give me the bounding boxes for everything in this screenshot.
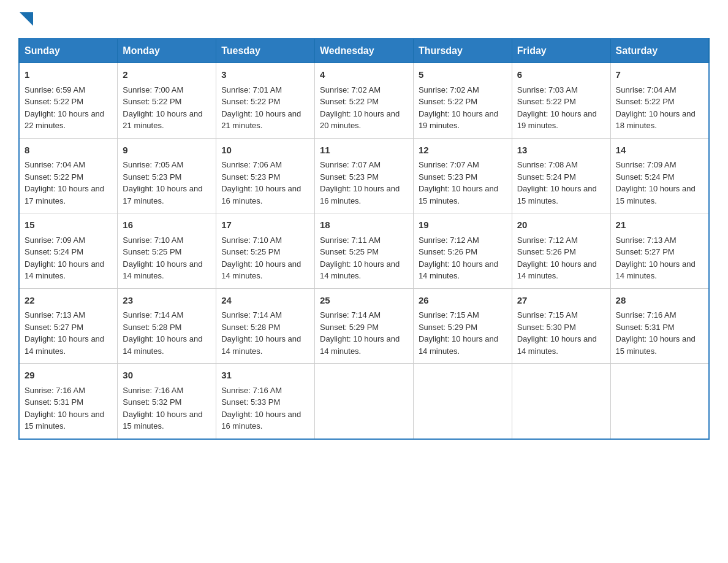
day-number: 23	[123, 294, 211, 308]
calendar-day-cell: 28Sunrise: 7:16 AMSunset: 5:31 PMDayligh…	[610, 288, 709, 364]
day-daylight: Daylight: 10 hours and 14 minutes.	[419, 334, 498, 356]
calendar-table: SundayMondayTuesdayWednesdayThursdayFrid…	[18, 38, 710, 440]
day-sunrise: Sunrise: 7:11 AM	[320, 236, 381, 245]
calendar-day-cell: 15Sunrise: 7:09 AMSunset: 5:24 PMDayligh…	[19, 213, 118, 289]
logo-triangle-icon	[20, 12, 33, 26]
day-sunset: Sunset: 5:28 PM	[123, 323, 181, 332]
page-header	[18, 12, 710, 26]
calendar-day-cell	[610, 364, 709, 439]
day-number: 7	[616, 68, 703, 82]
day-sunset: Sunset: 5:24 PM	[517, 172, 576, 182]
calendar-day-cell: 27Sunrise: 7:15 AMSunset: 5:30 PMDayligh…	[512, 288, 610, 364]
day-number: 10	[221, 144, 309, 158]
day-sunset: Sunset: 5:25 PM	[221, 247, 280, 256]
calendar-day-cell: 17Sunrise: 7:10 AMSunset: 5:25 PMDayligh…	[216, 213, 315, 289]
day-sunset: Sunset: 5:30 PM	[517, 323, 576, 332]
day-sunset: Sunset: 5:23 PM	[221, 172, 280, 182]
day-number: 19	[419, 218, 507, 232]
day-sunset: Sunset: 5:22 PM	[320, 97, 379, 106]
calendar-day-cell: 21Sunrise: 7:13 AMSunset: 5:27 PMDayligh…	[610, 213, 709, 289]
day-sunset: Sunset: 5:25 PM	[123, 247, 181, 256]
day-daylight: Daylight: 10 hours and 14 minutes.	[419, 259, 498, 281]
day-daylight: Daylight: 10 hours and 14 minutes.	[25, 259, 104, 281]
day-sunset: Sunset: 5:22 PM	[221, 97, 280, 106]
day-number: 25	[320, 294, 408, 308]
calendar-week-row: 15Sunrise: 7:09 AMSunset: 5:24 PMDayligh…	[19, 213, 709, 289]
day-number: 26	[419, 294, 507, 308]
calendar-day-cell: 14Sunrise: 7:09 AMSunset: 5:24 PMDayligh…	[610, 138, 709, 213]
day-number: 14	[616, 144, 703, 158]
day-sunrise: Sunrise: 7:16 AM	[123, 386, 183, 395]
calendar-week-row: 8Sunrise: 7:04 AMSunset: 5:22 PMDaylight…	[19, 138, 709, 213]
calendar-day-cell: 10Sunrise: 7:06 AMSunset: 5:23 PMDayligh…	[216, 138, 315, 213]
day-daylight: Daylight: 10 hours and 14 minutes.	[320, 334, 400, 356]
calendar-week-row: 29Sunrise: 7:16 AMSunset: 5:31 PMDayligh…	[19, 364, 709, 439]
day-sunrise: Sunrise: 7:13 AM	[25, 310, 85, 320]
calendar-day-cell	[413, 364, 512, 439]
day-number: 3	[221, 68, 309, 82]
calendar-day-cell	[512, 364, 610, 439]
calendar-day-cell	[315, 364, 414, 439]
day-sunset: Sunset: 5:22 PM	[25, 172, 83, 182]
day-sunrise: Sunrise: 7:13 AM	[616, 236, 677, 245]
day-daylight: Daylight: 10 hours and 14 minutes.	[25, 334, 104, 356]
column-header-saturday: Saturday	[610, 39, 709, 63]
day-sunset: Sunset: 5:24 PM	[616, 172, 675, 182]
day-sunset: Sunset: 5:23 PM	[123, 172, 181, 182]
day-number: 27	[517, 294, 605, 308]
calendar-day-cell: 19Sunrise: 7:12 AMSunset: 5:26 PMDayligh…	[413, 213, 512, 289]
calendar-day-cell: 18Sunrise: 7:11 AMSunset: 5:25 PMDayligh…	[315, 213, 414, 289]
day-sunset: Sunset: 5:23 PM	[419, 172, 477, 182]
day-number: 16	[123, 218, 211, 232]
day-number: 6	[517, 68, 605, 82]
day-sunrise: Sunrise: 7:10 AM	[221, 236, 282, 245]
calendar-day-cell: 9Sunrise: 7:05 AMSunset: 5:23 PMDaylight…	[118, 138, 216, 213]
day-sunset: Sunset: 5:22 PM	[25, 97, 83, 106]
day-sunrise: Sunrise: 6:59 AM	[25, 85, 85, 94]
day-sunrise: Sunrise: 7:02 AM	[320, 85, 381, 94]
day-daylight: Daylight: 10 hours and 16 minutes.	[320, 184, 400, 205]
day-daylight: Daylight: 10 hours and 14 minutes.	[221, 334, 301, 356]
day-sunrise: Sunrise: 7:09 AM	[25, 236, 85, 245]
calendar-day-cell: 1Sunrise: 6:59 AMSunset: 5:22 PMDaylight…	[19, 63, 118, 139]
day-daylight: Daylight: 10 hours and 19 minutes.	[419, 109, 498, 131]
column-header-wednesday: Wednesday	[315, 39, 414, 63]
calendar-day-cell: 8Sunrise: 7:04 AMSunset: 5:22 PMDaylight…	[19, 138, 118, 213]
day-daylight: Daylight: 10 hours and 19 minutes.	[517, 109, 597, 131]
day-number: 12	[419, 144, 507, 158]
day-daylight: Daylight: 10 hours and 21 minutes.	[221, 109, 301, 131]
calendar-day-cell: 2Sunrise: 7:00 AMSunset: 5:22 PMDaylight…	[118, 63, 216, 139]
day-sunset: Sunset: 5:31 PM	[616, 323, 675, 332]
column-header-tuesday: Tuesday	[216, 39, 315, 63]
day-daylight: Daylight: 10 hours and 22 minutes.	[25, 109, 104, 131]
calendar-day-cell: 13Sunrise: 7:08 AMSunset: 5:24 PMDayligh…	[512, 138, 610, 213]
calendar-day-cell: 16Sunrise: 7:10 AMSunset: 5:25 PMDayligh…	[118, 213, 216, 289]
day-sunset: Sunset: 5:27 PM	[616, 247, 675, 256]
calendar-day-cell: 23Sunrise: 7:14 AMSunset: 5:28 PMDayligh…	[118, 288, 216, 364]
day-daylight: Daylight: 10 hours and 18 minutes.	[616, 109, 696, 131]
calendar-day-cell: 20Sunrise: 7:12 AMSunset: 5:26 PMDayligh…	[512, 213, 610, 289]
day-number: 4	[320, 68, 408, 82]
calendar-day-cell: 30Sunrise: 7:16 AMSunset: 5:32 PMDayligh…	[118, 364, 216, 439]
day-number: 1	[25, 68, 112, 82]
calendar-day-cell: 22Sunrise: 7:13 AMSunset: 5:27 PMDayligh…	[19, 288, 118, 364]
day-sunrise: Sunrise: 7:14 AM	[123, 310, 183, 320]
calendar-day-cell: 26Sunrise: 7:15 AMSunset: 5:29 PMDayligh…	[413, 288, 512, 364]
day-sunrise: Sunrise: 7:04 AM	[25, 160, 85, 169]
day-sunrise: Sunrise: 7:16 AM	[221, 386, 282, 395]
day-sunrise: Sunrise: 7:07 AM	[419, 160, 479, 169]
day-number: 30	[123, 369, 211, 383]
logo	[18, 12, 33, 26]
day-number: 24	[221, 294, 309, 308]
day-number: 5	[419, 68, 507, 82]
day-daylight: Daylight: 10 hours and 17 minutes.	[123, 184, 202, 205]
day-number: 8	[25, 144, 112, 158]
day-number: 11	[320, 144, 408, 158]
calendar-header-row: SundayMondayTuesdayWednesdayThursdayFrid…	[19, 39, 709, 63]
day-number: 21	[616, 218, 703, 232]
day-daylight: Daylight: 10 hours and 15 minutes.	[517, 184, 597, 205]
day-sunrise: Sunrise: 7:06 AM	[221, 160, 282, 169]
day-sunrise: Sunrise: 7:15 AM	[517, 310, 578, 320]
day-sunset: Sunset: 5:29 PM	[320, 323, 379, 332]
day-number: 18	[320, 218, 408, 232]
